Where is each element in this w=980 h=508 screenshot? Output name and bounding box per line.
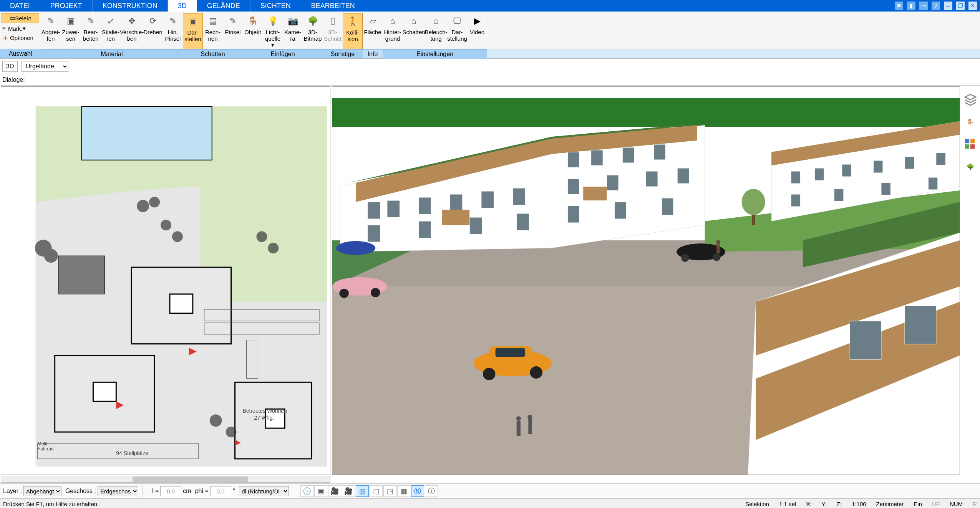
svg-point-99	[716, 240, 720, 244]
car-pink	[332, 277, 387, 298]
selekt-button[interactable]: ▭ Selekt	[2, 13, 39, 23]
btn-video[interactable]: ▶Video	[467, 13, 487, 49]
l-input[interactable]	[160, 486, 181, 496]
btn-drehen[interactable]: ⟳Drehen	[143, 13, 163, 49]
rotate-icon: ⟳	[146, 15, 159, 28]
btn-zuweisen[interactable]: ▣Zuwei-sen	[61, 13, 81, 49]
plan-hscrollbar[interactable]	[1, 476, 330, 483]
btn-verschieben[interactable]: ✥Verschie-ben	[121, 13, 143, 49]
btn-kollision[interactable]: 🚶Kolli-sion	[343, 13, 363, 49]
btn-darstellung[interactable]: 🖵Dar-stellung	[447, 13, 467, 49]
phi-label: phi =	[195, 488, 209, 495]
btn-abgreifen[interactable]: ✎Abgrei-fen	[41, 13, 61, 49]
svg-point-19	[149, 197, 160, 208]
tab-3d[interactable]: 3D	[168, 0, 197, 12]
tab-datei[interactable]: DATEI	[0, 0, 40, 12]
btn-pinsel[interactable]: ✎Pinsel	[223, 13, 243, 49]
group-label-material: Material	[41, 49, 183, 58]
ib-clock[interactable]: 🕓	[300, 485, 313, 497]
btn-skalieren[interactable]: ⤢Skalie-ren	[101, 13, 121, 49]
tools-icon[interactable]: ✖	[895, 2, 903, 10]
tab-sichten[interactable]: SICHTEN	[250, 0, 301, 12]
svg-rect-56	[591, 150, 603, 165]
brush-icon: ✎	[166, 15, 179, 28]
svg-rect-58	[654, 144, 666, 160]
status-selektion: Selektion	[745, 501, 769, 507]
tab-projekt[interactable]: PROJEKT	[40, 0, 93, 12]
svg-rect-50	[512, 188, 525, 205]
svg-rect-57	[622, 147, 634, 163]
btn-darstellen[interactable]: ▣Dar-stellen	[183, 13, 203, 49]
ib-wire[interactable]: ▦	[356, 485, 369, 497]
svg-rect-74	[905, 157, 914, 169]
dialog-bar: Dialoge:	[0, 74, 980, 86]
gift-icon[interactable]: ▮	[907, 2, 915, 10]
group-einstellungen: ⌂Hinter-grund ⌂Schatten ⌂Beleuch-tung 🖵D…	[383, 12, 487, 58]
plan-2d-viewport[interactable]: 94 Stellplätze Betreutes Wohnen 27 Whg. …	[1, 86, 330, 475]
status-ein: Ein	[914, 501, 922, 507]
svg-rect-63	[567, 206, 579, 223]
btn-kamera[interactable]: 📷Kame-ra	[283, 13, 303, 49]
ib-grid[interactable]: ▦	[397, 485, 410, 497]
svg-point-22	[210, 414, 222, 427]
view-3d-viewport[interactable]	[332, 86, 960, 475]
btn-objekt[interactable]: 🪑Objekt	[243, 13, 263, 49]
tab-konstruktion[interactable]: KONSTRUKTION	[93, 0, 168, 12]
ib-north[interactable]: Ⓝ	[411, 485, 424, 497]
ib-persp[interactable]: ◳	[383, 485, 396, 497]
svg-text:Müll/: Müll/	[38, 441, 48, 447]
phi-input[interactable]	[210, 486, 231, 496]
restore-icon[interactable]: ❐	[956, 2, 965, 10]
svg-rect-5	[59, 256, 105, 294]
svg-rect-46	[387, 200, 400, 217]
btn-beleuchtung[interactable]: ⌂Beleuch-tung	[425, 13, 447, 49]
ib-movie[interactable]: 🎥	[328, 485, 341, 497]
btn-3dschnitt[interactable]: ⌷3D-Schnitt	[323, 13, 343, 49]
btn-lichtquelle[interactable]: 💡Licht-quelle▾	[263, 13, 283, 49]
ib-movie2[interactable]: 🎥	[342, 485, 355, 497]
tab-bearbeiten[interactable]: BEARBEITEN	[301, 0, 365, 12]
move-icon: ✥	[125, 15, 138, 28]
btn-3dbitmap[interactable]: 🌳3D-Bitmap	[303, 13, 323, 49]
svg-point-96	[681, 254, 689, 262]
eyedropper-icon: ✎	[44, 15, 57, 28]
svg-rect-48	[450, 194, 463, 211]
svg-rect-66	[442, 210, 469, 225]
status-y: Y:	[821, 501, 826, 507]
ib-render[interactable]: ▣	[314, 485, 327, 497]
materials-icon[interactable]	[964, 138, 977, 151]
btn-flaeche[interactable]: ▱Fläche	[363, 13, 383, 49]
minimize-icon[interactable]: –	[944, 2, 952, 10]
view-select[interactable]: Urgelände	[22, 61, 68, 72]
btn-schatten-einst[interactable]: ⌂Schatten	[403, 13, 425, 49]
svg-rect-55	[567, 152, 579, 167]
cube-icon: ▣	[186, 15, 199, 28]
svg-text:27 Whg.: 27 Whg.	[254, 415, 274, 421]
optionen-button[interactable]: ＋Optionen	[2, 33, 39, 42]
tab-gelaende[interactable]: GELÄNDE	[197, 0, 250, 12]
view3d-svg	[332, 87, 960, 475]
svg-point-97	[713, 253, 720, 261]
mark-button[interactable]: ✶Mark. ▾	[2, 24, 39, 33]
view-icon-row: 🕓 ▣ 🎥 🎥 ▦ ▢ ◳ ▦ Ⓝ ⓘ	[300, 485, 438, 497]
plan-svg: 94 Stellplätze Betreutes Wohnen 27 Whg. …	[1, 87, 330, 475]
geschoss-select[interactable]: Erdgeschos	[98, 486, 138, 496]
close-icon[interactable]: ✕	[968, 2, 977, 10]
layer-select[interactable]: Abgehängt	[23, 486, 61, 496]
svg-text:Betreutes Wohnen: Betreutes Wohnen	[243, 408, 287, 414]
tree2-icon[interactable]: 🌳	[964, 160, 977, 173]
help-icon[interactable]: ?	[932, 2, 940, 10]
ib-info[interactable]: ⓘ	[425, 485, 438, 497]
btn-hinpinsel[interactable]: ✎Hin.Pinsel	[163, 13, 183, 49]
btn-bearbeiten[interactable]: ✎Bear-beiten	[81, 13, 101, 49]
btn-hintergrund[interactable]: ⌂Hinter-grund	[383, 13, 403, 49]
svg-point-25	[268, 243, 279, 253]
window-icon[interactable]: ▭	[919, 2, 928, 10]
lower-toolbar: Layer : Abgehängt Geschoss : Erdgeschos …	[0, 483, 980, 499]
btn-rechnen[interactable]: ▤Rech-nen	[203, 13, 223, 49]
layers-icon[interactable]	[964, 93, 977, 106]
ib-cube[interactable]: ▢	[370, 485, 383, 497]
svg-rect-61	[646, 171, 658, 187]
chair2-icon[interactable]: 🪑	[964, 116, 977, 129]
dl-select[interactable]: dl (Richtung/Di	[239, 486, 289, 496]
